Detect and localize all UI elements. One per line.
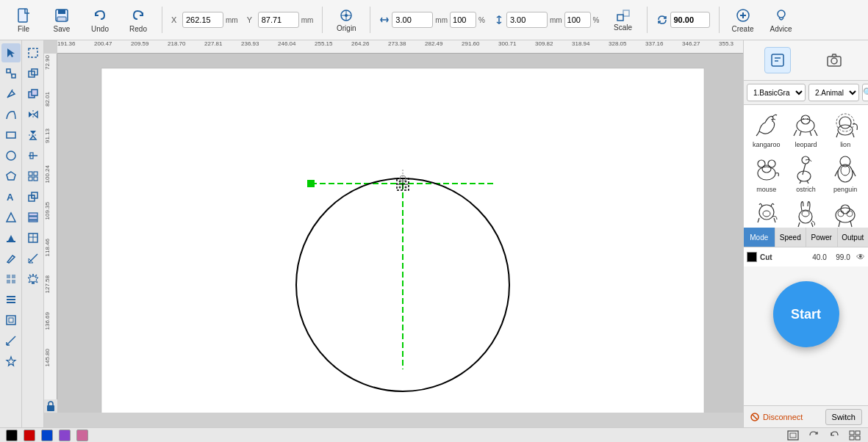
svg-text:A: A bbox=[7, 192, 14, 203]
undo-bottom-tool[interactable] bbox=[827, 430, 842, 441]
material-dropdown-1[interactable]: 1.BasicGra bbox=[747, 84, 806, 101]
file-button[interactable]: File bbox=[6, 3, 41, 37]
svg-marker-40 bbox=[7, 357, 15, 366]
y-input[interactable] bbox=[258, 12, 299, 28]
select-tool[interactable] bbox=[1, 43, 21, 62]
width-input[interactable] bbox=[392, 12, 433, 28]
canvas-area[interactable]: 191.36 200.47 209.59 218.70 227.81 236.9… bbox=[44, 40, 743, 427]
animal-sheep[interactable]: sheep bbox=[827, 198, 864, 228]
svg-line-97 bbox=[814, 130, 817, 136]
svg-line-95 bbox=[800, 131, 801, 136]
frame-bottom-tool[interactable] bbox=[786, 430, 800, 441]
tab-power[interactable]: Power bbox=[806, 228, 838, 247]
advice-button[interactable]: Advice bbox=[764, 3, 799, 37]
scale-button[interactable]: Scale bbox=[606, 3, 641, 37]
fill-tool[interactable] bbox=[1, 228, 21, 247]
rotate-bottom-tool[interactable] bbox=[806, 430, 821, 441]
grid-tool[interactable] bbox=[24, 167, 43, 186]
panel-design-btn[interactable] bbox=[764, 47, 791, 73]
circle-tool[interactable] bbox=[1, 146, 21, 165]
x-input[interactable] bbox=[182, 12, 223, 28]
create-button[interactable]: Create bbox=[725, 3, 761, 37]
save-button[interactable]: Save bbox=[44, 3, 79, 37]
animal-rabbit[interactable]: rabbit bbox=[787, 198, 824, 228]
tab-output[interactable]: Output bbox=[838, 228, 869, 247]
polygon-tool[interactable] bbox=[1, 167, 21, 186]
lock-icon[interactable] bbox=[44, 399, 57, 413]
color-blue[interactable] bbox=[41, 430, 53, 441]
text-tool[interactable]: A bbox=[1, 187, 21, 206]
search-button[interactable]: 🔍 bbox=[862, 84, 868, 101]
star-tool[interactable] bbox=[1, 352, 21, 371]
layers-tool[interactable] bbox=[1, 290, 21, 309]
angle-input[interactable] bbox=[670, 12, 710, 28]
subtract-tool[interactable] bbox=[24, 84, 43, 104]
start-button[interactable]: Start bbox=[773, 281, 839, 347]
select2-tool[interactable] bbox=[24, 43, 43, 62]
rectangle-tool[interactable] bbox=[1, 126, 21, 145]
svg-rect-33 bbox=[7, 299, 15, 300]
triangle2-tool[interactable] bbox=[24, 249, 43, 268]
tab-speed[interactable]: Speed bbox=[775, 228, 807, 247]
svg-point-105 bbox=[758, 167, 775, 180]
svg-rect-63 bbox=[29, 217, 37, 220]
stack-tool[interactable] bbox=[24, 208, 43, 227]
animal-ostrich[interactable]: ostrich bbox=[787, 153, 824, 193]
width-pct-input[interactable] bbox=[450, 12, 476, 28]
animal-mouse[interactable]: mouse bbox=[748, 153, 785, 193]
animal-kangaroo[interactable]: kangaroo bbox=[748, 108, 785, 148]
pencil-tool[interactable] bbox=[1, 249, 21, 268]
svg-rect-87 bbox=[772, 54, 783, 66]
align-tool[interactable] bbox=[24, 146, 43, 165]
svg-line-120 bbox=[758, 218, 759, 222]
svg-rect-29 bbox=[12, 275, 15, 278]
color-pink[interactable] bbox=[76, 430, 88, 441]
svg-point-98 bbox=[803, 118, 804, 120]
animal-leopard[interactable]: leopard bbox=[787, 108, 824, 148]
height-pct-input[interactable] bbox=[564, 12, 591, 28]
left-toolbar-2 bbox=[22, 40, 44, 427]
visibility-toggle[interactable]: 👁 bbox=[856, 252, 865, 262]
grid-bottom-tool[interactable] bbox=[847, 430, 862, 441]
clone-tool[interactable] bbox=[24, 187, 43, 206]
svg-rect-26 bbox=[7, 241, 15, 242]
node-tool[interactable] bbox=[1, 64, 21, 83]
right-panel: 1.BasicGra 2.Animal 🔍 bbox=[743, 40, 868, 427]
animal-lion[interactable]: lion bbox=[827, 108, 864, 148]
panel-camera-btn[interactable] bbox=[821, 47, 847, 73]
tab-mode[interactable]: Mode bbox=[744, 228, 775, 247]
combine-tool[interactable] bbox=[24, 64, 43, 83]
svg-rect-62 bbox=[29, 213, 37, 216]
height-input[interactable] bbox=[506, 12, 548, 28]
bezier-tool[interactable] bbox=[1, 105, 21, 124]
color-red[interactable] bbox=[24, 430, 35, 441]
pen-tool[interactable] bbox=[1, 84, 21, 104]
triangle-tool[interactable] bbox=[1, 208, 21, 227]
svg-rect-143 bbox=[856, 431, 860, 435]
height-group: mm % bbox=[494, 12, 600, 28]
mirror-v-tool[interactable] bbox=[24, 126, 43, 145]
undo-button[interactable]: Undo bbox=[82, 3, 118, 37]
disconnect-button[interactable]: Disconnect bbox=[750, 412, 803, 422]
table-tool[interactable] bbox=[24, 228, 43, 247]
explosion-tool[interactable] bbox=[24, 269, 43, 289]
origin-button[interactable]: Origin bbox=[329, 3, 364, 37]
color-black[interactable] bbox=[6, 430, 18, 441]
frame-tool[interactable] bbox=[1, 311, 21, 330]
switch-button[interactable]: Switch bbox=[825, 409, 862, 425]
pattern-tool[interactable] bbox=[1, 269, 21, 289]
animals-grid: kangaroo bbox=[744, 105, 868, 228]
measure-tool[interactable] bbox=[1, 331, 21, 350]
drawing-canvas[interactable] bbox=[57, 54, 743, 413]
animal-penguin[interactable]: penguin bbox=[827, 153, 864, 193]
material-dropdown-2[interactable]: 2.Animal bbox=[808, 84, 859, 101]
svg-rect-31 bbox=[12, 280, 15, 283]
animal-pig[interactable]: pig bbox=[748, 198, 785, 228]
scale-icon bbox=[616, 9, 631, 23]
color-purple[interactable] bbox=[59, 430, 71, 441]
redo-button[interactable]: Redo bbox=[121, 3, 156, 37]
svg-rect-145 bbox=[856, 436, 860, 440]
disconnect-icon bbox=[750, 412, 760, 422]
mirror-h-tool[interactable] bbox=[24, 105, 43, 124]
svg-rect-36 bbox=[9, 318, 13, 322]
